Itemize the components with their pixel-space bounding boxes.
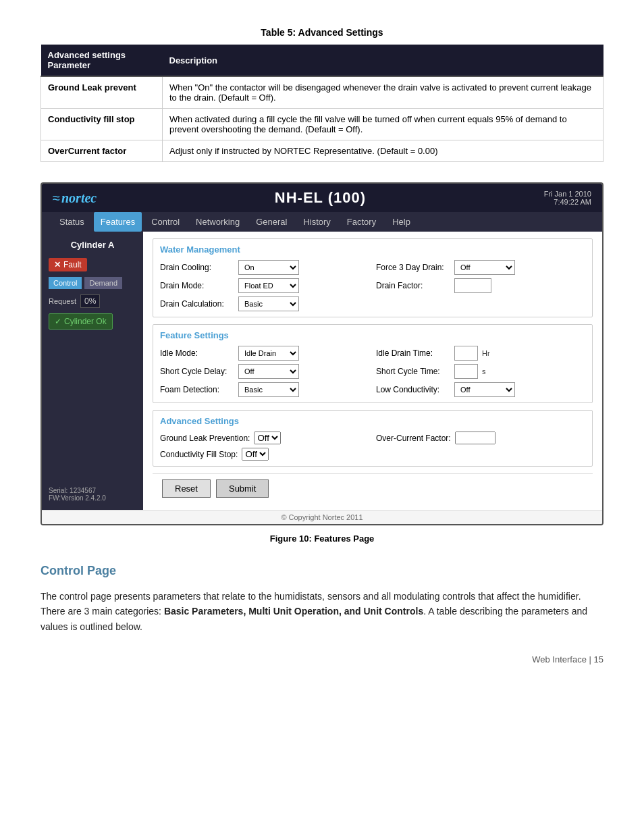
advanced-settings-section: Advanced Settings Ground Leak Prevention… (153, 410, 593, 467)
drain-factor-label: Drain Factor: (376, 281, 450, 290)
submit-button[interactable]: Submit (216, 479, 269, 498)
request-label: Request (49, 297, 76, 305)
serial-number: Serial: 1234567 (49, 487, 136, 494)
device-sidebar: Cylinder A ✕ Fault Control Demand Reques… (42, 232, 143, 510)
over-current-input[interactable]: 0.0000 (455, 432, 495, 444)
fault-x-icon: ✕ (54, 260, 61, 269)
param-cell: Conductivity fill stop (41, 109, 163, 140)
device-footer: © Copyright Nortec 2011 (42, 510, 602, 524)
ground-leak-select[interactable]: OffOn (254, 432, 281, 444)
drain-calc-row: Drain Calculation: BasicAdvanced (160, 296, 369, 311)
idle-drain-time-label: Idle Drain Time: (376, 348, 450, 358)
table-title: Table 5: Advanced Settings (41, 27, 603, 38)
logo-waves-icon: ≈ (53, 190, 60, 206)
param-cell: OverCurrent factor (41, 140, 163, 162)
device-logo: ≈ nortec (53, 190, 97, 206)
short-cycle-time-input[interactable]: 60 (454, 364, 478, 379)
checkmark-icon: ✓ (55, 317, 61, 326)
cylinder-ok-label: Cylinder Ok (64, 317, 107, 326)
over-current-label: Over-Current Factor: (376, 434, 451, 443)
nav-item-control[interactable]: Control (144, 212, 186, 232)
water-management-title: Water Management (160, 244, 585, 255)
control-button[interactable]: Control (49, 277, 82, 289)
feature-settings-title: Feature Settings (160, 330, 585, 340)
control-demand-buttons: Control Demand (49, 277, 136, 289)
nav-item-networking[interactable]: Networking (189, 212, 246, 232)
drain-calc-select[interactable]: BasicAdvanced (238, 296, 299, 311)
idle-drain-time-input[interactable]: 72 (454, 346, 478, 361)
nav-item-status[interactable]: Status (53, 212, 91, 232)
fault-label: Fault (63, 260, 82, 269)
desc-cell: When activated during a fill cycle the f… (163, 109, 603, 140)
idle-drain-time-unit: Hr (482, 349, 490, 357)
device-header: ≈ nortec NH-EL (100) Fri Jan 1 2010 7:49… (42, 184, 602, 212)
idle-mode-select[interactable]: Idle DrainOff (238, 346, 299, 361)
feature-settings-section: Feature Settings Idle Mode: Idle DrainOf… (153, 324, 593, 403)
table-row: Ground Leak preventWhen "On" the contact… (41, 76, 603, 109)
demand-button[interactable]: Demand (84, 277, 122, 289)
drain-cooling-label: Drain Cooling: (160, 263, 234, 272)
control-page-body: The control page presents parameters tha… (41, 589, 603, 634)
nav-item-general[interactable]: General (249, 212, 294, 232)
idle-drain-time-row: Idle Drain Time: 72 Hr (376, 346, 585, 361)
drain-mode-row: Drain Mode: Float EDTimed (160, 278, 369, 293)
body-bold1: Basic Parameters, (164, 606, 246, 617)
short-cycle-delay-label: Short Cycle Delay: (160, 367, 234, 376)
drain-mode-select[interactable]: Float EDTimed (238, 278, 299, 293)
over-current-row: Over-Current Factor: 0.0000 (376, 432, 585, 444)
logo-text: nortec (61, 190, 97, 206)
desc-cell: When "On" the contactor will be disengag… (163, 76, 603, 109)
idle-mode-row: Idle Mode: Idle DrainOff (160, 346, 369, 361)
low-conductivity-row: Low Conductivity: OffOn (376, 382, 585, 397)
figure-caption: Figure 10: Features Page (41, 533, 603, 544)
device-content: Water Management Drain Cooling: OnOff Fo… (143, 232, 602, 510)
foam-detection-select[interactable]: BasicAdvanced (238, 382, 299, 397)
short-cycle-delay-row: Short Cycle Delay: OffOn (160, 364, 369, 379)
sidebar-footer: Serial: 1234567 FW:Version 2.4.2.0 (49, 487, 136, 502)
nav-item-factory[interactable]: Factory (340, 212, 383, 232)
low-conductivity-select[interactable]: OffOn (454, 382, 515, 397)
water-management-section: Water Management Drain Cooling: OnOff Fo… (153, 238, 593, 317)
ground-leak-row: Ground Leak Prevention: OffOn (160, 432, 369, 444)
drain-mode-label: Drain Mode: (160, 281, 234, 290)
device-ui: ≈ nortec NH-EL (100) Fri Jan 1 2010 7:49… (41, 182, 603, 525)
device-model: NH-EL (100) (275, 189, 366, 207)
low-conductivity-label: Low Conductivity: (376, 385, 450, 394)
nav-item-help[interactable]: Help (385, 212, 417, 232)
drain-calc-label: Drain Calculation: (160, 299, 234, 309)
advanced-settings-title: Advanced Settings (160, 416, 585, 426)
reset-button[interactable]: Reset (162, 479, 211, 498)
force-3day-select[interactable]: OffOn (454, 260, 515, 275)
request-row: Request 0% (49, 294, 136, 308)
force-3day-row: Force 3 Day Drain: OffOn (376, 260, 585, 275)
drain-factor-row: Drain Factor: 1.0000 (376, 278, 585, 293)
short-cycle-time-row: Short Cycle Time: 60 s (376, 364, 585, 379)
foam-detection-row: Foam Detection: BasicAdvanced (160, 382, 369, 397)
short-cycle-time-unit: s (482, 367, 486, 375)
force-3day-label: Force 3 Day Drain: (376, 263, 450, 272)
drain-cooling-row: Drain Cooling: OnOff (160, 260, 369, 275)
short-cycle-delay-select[interactable]: OffOn (238, 364, 299, 379)
conductivity-fill-label: Conductivity Fill Stop: (160, 450, 238, 459)
device-body: Cylinder A ✕ Fault Control Demand Reques… (42, 232, 602, 510)
table-row: Conductivity fill stopWhen activated dur… (41, 109, 603, 140)
device-datetime: Fri Jan 1 2010 7:49:22 AM (544, 190, 591, 206)
cylinder-ok-badge: ✓ Cylinder Ok (49, 313, 113, 330)
nav-item-features[interactable]: Features (94, 212, 142, 232)
drain-factor-input[interactable]: 1.0000 (454, 278, 491, 293)
cylinder-title: Cylinder A (49, 240, 136, 250)
idle-mode-label: Idle Mode: (160, 348, 234, 358)
ground-leak-label: Ground Leak Prevention: (160, 434, 250, 443)
settings-table: Advanced settings Parameter Description … (41, 45, 603, 162)
conductivity-fill-select[interactable]: OffOn (242, 448, 269, 461)
body-bold2: Multi Unit Operation, and Unit Controls (248, 606, 423, 617)
control-page-heading: Control Page (41, 564, 603, 581)
param-cell: Ground Leak prevent (41, 76, 163, 109)
device-buttons: Reset Submit (153, 473, 593, 503)
drain-cooling-select[interactable]: OnOff (238, 260, 299, 275)
col-header-parameter: Advanced settings Parameter (41, 45, 163, 76)
request-value: 0% (80, 294, 100, 308)
firmware-version: FW:Version 2.4.2.0 (49, 494, 136, 502)
nav-item-history[interactable]: History (296, 212, 337, 232)
conductivity-fill-row: Conductivity Fill Stop: OffOn (160, 448, 369, 461)
